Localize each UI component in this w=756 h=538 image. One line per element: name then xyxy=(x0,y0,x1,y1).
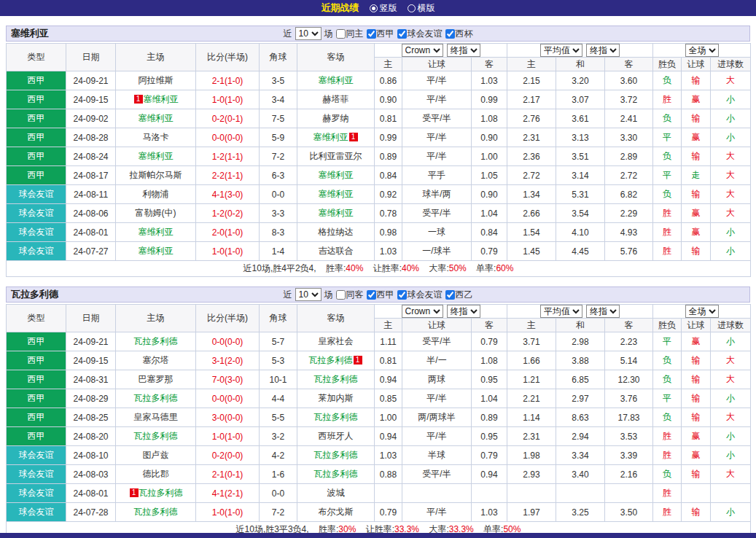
layout-vertical-label: 竖版 xyxy=(380,2,397,15)
league-checkbox-liga[interactable] xyxy=(367,290,376,300)
away-team-cell: 格拉纳达 xyxy=(297,223,375,242)
same-venue-checkbox[interactable] xyxy=(336,290,346,300)
league-option-liga[interactable]: 西甲 xyxy=(367,289,394,301)
match-row: 西甲24-09-151塞维利亚1-0(1-0)3-4赫塔菲0.90平/半0.99… xyxy=(7,90,751,109)
layout-horizontal-option[interactable]: 横版 xyxy=(408,2,435,15)
corner-cell: 7-2 xyxy=(260,503,297,522)
avg-away-cell: 5.14 xyxy=(605,351,653,370)
away-team-cell: 塞维利亚 xyxy=(297,185,375,204)
avg-draw-cell: 3.88 xyxy=(556,351,605,370)
header-row-top: 类型 日期 主场 比分(半场) 角球 客场 Crown 终指 平均值 终指 xyxy=(7,305,751,319)
same-venue-option[interactable]: 同客 xyxy=(336,289,364,301)
handicap-cell: 平/半 xyxy=(402,503,472,522)
league-option-liga[interactable]: 西甲 xyxy=(367,28,394,40)
league-label-liga: 西甲 xyxy=(377,28,394,40)
league-checkbox-friendly[interactable] xyxy=(397,290,407,300)
same-venue-option[interactable]: 同主 xyxy=(336,28,364,40)
column-header-handicap: 让球 xyxy=(402,319,472,332)
bookmaker-select[interactable]: Crown xyxy=(402,44,443,57)
away-team-cell: 布尔戈斯 xyxy=(297,503,375,522)
bookmaker-odds-group: Crown 终指 xyxy=(375,305,507,319)
average-stage-select[interactable]: 终指 xyxy=(586,44,620,57)
odds-stage-select[interactable]: 终指 xyxy=(447,305,480,318)
column-header-type: 类型 xyxy=(7,44,66,71)
home-odds-cell: 0.94 xyxy=(375,427,402,446)
team-name: 赫塔菲 xyxy=(323,94,349,104)
date-cell: 24-07-27 xyxy=(66,242,116,261)
result-cell: 负 xyxy=(653,147,682,166)
scope-select[interactable]: 全场 xyxy=(685,305,719,318)
team-name: 皇家社会 xyxy=(319,336,354,346)
league-checkbox-liga[interactable] xyxy=(367,29,376,39)
result-cell: 负 xyxy=(653,370,682,389)
match-count-select[interactable]: 10 xyxy=(295,27,322,40)
goals-cell: 小 xyxy=(711,109,751,128)
league-checkbox-friendly[interactable] xyxy=(397,29,407,39)
home-team-cell: 瓦拉多利德 xyxy=(116,503,196,522)
same-venue-checkbox[interactable] xyxy=(336,29,346,39)
league-option-friendly[interactable]: 球会友谊 xyxy=(397,289,443,301)
corner-cell: 4-2 xyxy=(260,446,297,465)
average-select[interactable]: 平均值 xyxy=(540,305,582,318)
team-name: 塞维利亚 xyxy=(144,94,179,104)
match-row: 西甲24-08-29瓦拉多利德0-0(0-0)4-4莱加内斯0.85平/半1.0… xyxy=(7,389,751,408)
team-name: 塞维利亚 xyxy=(313,132,348,142)
handicap-cell: 平/半 xyxy=(402,427,472,446)
goals-cell: 大 xyxy=(711,408,751,427)
summary-single-value: 60% xyxy=(496,263,513,273)
team-name: 瓦拉多利德 xyxy=(134,393,178,403)
match-row: 球会友谊24-08-10图卢兹0-2(0-0)4-2瓦拉多利德1.03半球0.7… xyxy=(7,446,751,465)
league-checkbox-cup[interactable] xyxy=(445,29,455,39)
league-option-segunda[interactable]: 西乙 xyxy=(445,289,473,301)
match-row: 球会友谊24-08-03德比郡2-1(0-1)1-6瓦拉多利德0.88受平/半0… xyxy=(7,465,751,484)
match-row: 西甲24-08-17拉斯帕尔马斯2-2(1-1)6-3塞维利亚0.84平手1.0… xyxy=(7,166,751,185)
column-header-odds-away: 客 xyxy=(472,58,507,71)
league-checkbox-segunda[interactable] xyxy=(445,290,455,300)
avg-home-cell: 1.97 xyxy=(507,503,556,522)
handicap-result-cell: 输 xyxy=(682,351,711,370)
bookmaker-select[interactable]: Crown xyxy=(402,305,443,318)
league-option-cup[interactable]: 西杯 xyxy=(445,28,473,40)
team-name: 巴塞罗那 xyxy=(139,374,174,384)
matches-unit-label: 场 xyxy=(324,28,333,40)
handicap-result-cell: 赢 xyxy=(682,90,711,109)
team-name: 拉斯帕尔马斯 xyxy=(130,170,182,180)
average-stage-select[interactable]: 终指 xyxy=(586,305,620,318)
avg-away-cell: 3.39 xyxy=(605,446,653,465)
column-header-avg-home: 主 xyxy=(507,58,556,71)
team-name: 瓦拉多利德 xyxy=(134,431,178,441)
goals-cell: 小 xyxy=(711,128,751,147)
team-name: 塞维利亚 xyxy=(319,208,354,218)
avg-draw-cell: 2.98 xyxy=(556,332,605,351)
layout-horizontal-radio[interactable] xyxy=(408,4,416,12)
handicap-cell: 平/半 xyxy=(402,389,472,408)
league-type-cell: 球会友谊 xyxy=(7,204,66,223)
summary-win-value: 40% xyxy=(346,263,363,273)
team-name: 塞维利亚 xyxy=(319,189,354,199)
layout-vertical-radio[interactable] xyxy=(370,4,378,12)
average-odds-group: 平均值 终指 xyxy=(507,305,653,319)
league-option-friendly[interactable]: 球会友谊 xyxy=(397,28,443,40)
scope-select[interactable]: 全场 xyxy=(685,44,719,57)
result-cell: 负 xyxy=(653,408,682,427)
score-cell: 2-0(1-0) xyxy=(196,223,260,242)
avg-draw-cell: 5.31 xyxy=(556,185,605,204)
layout-vertical-option[interactable]: 竖版 xyxy=(370,2,397,15)
score-cell: 1-0(1-0) xyxy=(196,427,260,446)
match-row: 球会友谊24-07-27塞维利亚1-0(1-0)1-4吉达联合1.03一/球半0… xyxy=(7,242,751,261)
corner-cell: 3-4 xyxy=(260,90,297,109)
league-type-cell: 球会友谊 xyxy=(7,446,66,465)
away-team-cell: 西班牙人 xyxy=(297,427,375,446)
result-cell: 平 xyxy=(653,128,682,147)
home-odds-cell: 1.11 xyxy=(375,332,402,351)
average-select[interactable]: 平均值 xyxy=(540,44,582,57)
corner-cell: 5-3 xyxy=(260,351,297,370)
date-cell: 24-09-15 xyxy=(66,351,116,370)
away-odds-cell: 0.79 xyxy=(472,242,507,261)
match-count-select[interactable]: 10 xyxy=(295,288,322,301)
corner-cell: 6-3 xyxy=(260,166,297,185)
league-type-cell: 球会友谊 xyxy=(7,503,66,522)
odds-stage-select[interactable]: 终指 xyxy=(447,44,480,57)
summary-win-label: 胜率: xyxy=(326,263,346,273)
column-header-result: 胜负 xyxy=(653,319,682,332)
